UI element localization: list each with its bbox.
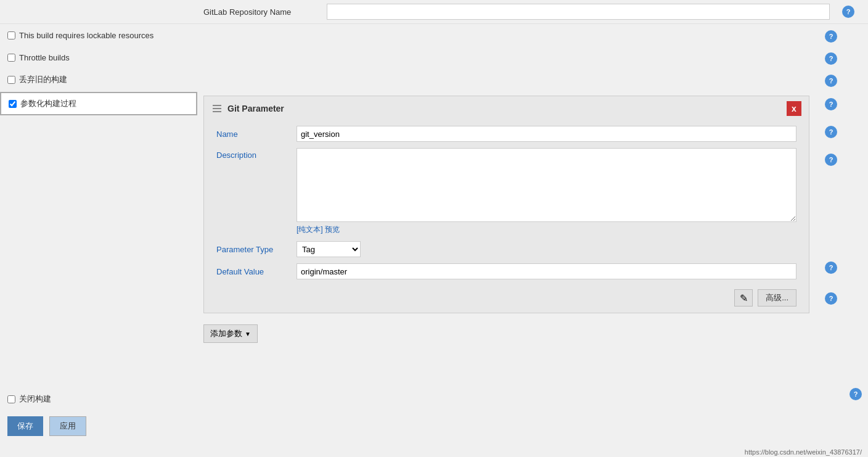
throttle-builds-checkbox[interactable]	[7, 54, 15, 62]
discard-builds-label: 丢弃旧的构建	[19, 74, 67, 85]
advanced-button[interactable]: 高级...	[758, 289, 796, 307]
preview-link[interactable]: 预览	[325, 225, 340, 234]
parameterized-build-label: 参数化构建过程	[20, 98, 76, 109]
default-value-row: Default Value	[216, 263, 796, 279]
description-row: Description [纯文本] 预览	[216, 148, 796, 235]
name-help-icon[interactable]: ?	[825, 126, 837, 138]
description-label: Description	[216, 148, 297, 160]
parameterized-help-icon[interactable]: ?	[825, 98, 837, 110]
disable-build-help-icon[interactable]: ?	[850, 388, 862, 400]
discard-builds-checkbox[interactable]	[7, 76, 15, 84]
lockable-help-icon[interactable]: ?	[825, 30, 837, 43]
description-help-icon[interactable]: ?	[825, 154, 837, 166]
name-input[interactable]	[297, 126, 796, 142]
parameter-type-select[interactable]: Tag Branch Revision Pull Request	[297, 241, 361, 257]
default-value-help-icon[interactable]: ?	[825, 292, 837, 305]
param-type-help-icon[interactable]: ?	[825, 261, 837, 274]
parameterized-build-row: 参数化构建过程	[0, 92, 197, 115]
disable-build-checkbox[interactable]	[7, 395, 15, 403]
dropdown-arrow-icon: ▼	[245, 331, 251, 337]
plain-text-link[interactable]: [纯文本]	[297, 225, 323, 234]
save-button[interactable]: 保存	[7, 416, 43, 436]
add-parameter-button[interactable]: 添加参数 ▼	[203, 324, 258, 343]
name-row: Name	[216, 126, 796, 142]
add-parameter-label: 添加参数	[210, 328, 242, 339]
git-parameter-title: Git Parameter	[227, 104, 284, 113]
gitlab-repo-label: GitLab Repository Name	[203, 7, 327, 17]
disable-build-row: 关闭构建	[0, 388, 197, 410]
close-git-parameter-button[interactable]: x	[787, 101, 801, 116]
throttle-help-icon[interactable]: ?	[825, 52, 837, 65]
edit-icon-button[interactable]: ✎	[734, 289, 753, 307]
git-parameter-box: Git Parameter x Name Descriptio	[203, 96, 809, 313]
parameter-type-row: Parameter Type Tag Branch Revision Pull …	[216, 241, 796, 257]
discard-builds-row: 丢弃旧的构建	[0, 68, 197, 91]
edit-icon: ✎	[740, 292, 748, 304]
gitlab-repo-input[interactable]	[327, 4, 830, 20]
name-label: Name	[216, 130, 297, 139]
gitlab-help-icon[interactable]: ?	[842, 6, 854, 18]
disable-build-label: 关闭构建	[19, 393, 51, 405]
drag-handle[interactable]	[211, 104, 223, 113]
apply-button[interactable]: 应用	[49, 416, 86, 436]
discard-help-icon[interactable]: ?	[825, 75, 837, 87]
lockable-resources-checkbox[interactable]	[7, 31, 15, 39]
default-value-input[interactable]	[297, 263, 796, 279]
parameterized-build-checkbox[interactable]	[9, 100, 17, 108]
lockable-resources-row: This build requires lockable resources	[0, 24, 197, 46]
throttle-builds-row: Throttle builds	[0, 46, 197, 68]
lockable-resources-label: This build requires lockable resources	[19, 31, 154, 40]
description-textarea[interactable]	[297, 148, 796, 222]
default-value-label: Default Value	[216, 267, 297, 276]
add-parameter-section: 添加参数 ▼	[197, 319, 816, 349]
throttle-builds-label: Throttle builds	[19, 53, 70, 62]
url-bar: https://blog.csdn.net/weixin_43876317/	[745, 448, 862, 456]
parameter-type-label: Parameter Type	[216, 245, 297, 254]
